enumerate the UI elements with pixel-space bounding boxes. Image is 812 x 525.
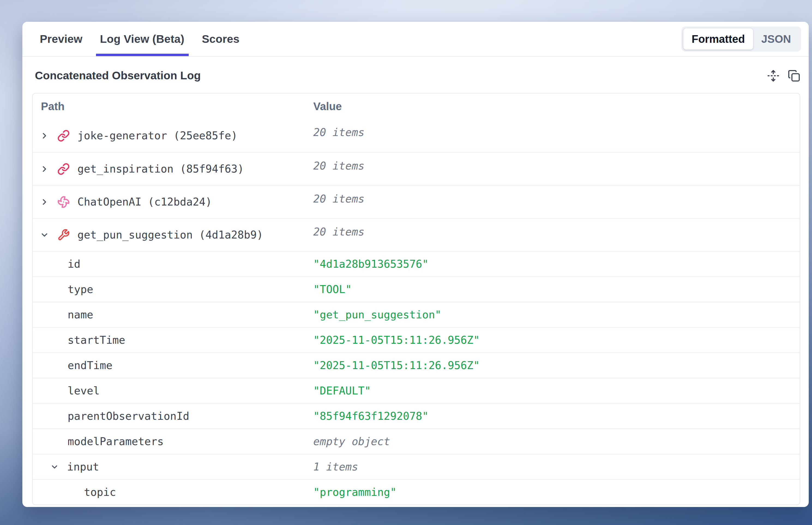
- toggle-json[interactable]: JSON: [753, 28, 799, 50]
- tab-log-view[interactable]: Log View (Beta): [100, 22, 184, 56]
- field-key: type: [68, 283, 93, 296]
- path-cell: topic: [33, 480, 313, 505]
- table-header-row: Path Value: [33, 93, 800, 119]
- path-cell: level: [33, 378, 313, 403]
- column-header-path: Path: [33, 93, 313, 119]
- format-toggle: Formatted JSON: [681, 27, 801, 51]
- field-value: "2025-11-05T15:11:26.956Z": [313, 328, 800, 352]
- column-header-value: Value: [313, 93, 800, 119]
- observation-label: get_inspiration (85f94f63): [77, 163, 244, 175]
- path-cell: joke-generator (25ee85fe): [33, 119, 313, 152]
- field-key: input: [67, 461, 99, 473]
- table-row: id"4d1a28b913653576": [33, 251, 800, 276]
- chevron-down-icon[interactable]: [50, 463, 59, 471]
- section-title: Concatenated Observation Log: [32, 69, 201, 82]
- chevron-right-icon[interactable]: [40, 164, 49, 174]
- path-cell: get_inspiration (85f94f63): [33, 153, 313, 185]
- observation-label: joke-generator (25ee85fe): [77, 130, 237, 142]
- path-cell: input: [33, 454, 313, 479]
- field-meta-value: 20 items: [313, 219, 800, 251]
- field-key: topic: [84, 486, 116, 498]
- field-key: endTime: [68, 359, 112, 372]
- toggle-formatted[interactable]: Formatted: [683, 28, 753, 50]
- field-value: "TOOL": [313, 277, 800, 302]
- section-head: Concatenated Observation Log: [32, 69, 800, 82]
- field-meta-value: 20 items: [313, 186, 800, 218]
- field-key: level: [68, 385, 100, 397]
- field-meta-value: 1 items: [313, 454, 800, 479]
- chevron-down-icon[interactable]: [40, 230, 49, 240]
- tab-bar: Preview Log View (Beta) Scores Formatted…: [23, 22, 809, 57]
- table-row: startTime"2025-11-05T15:11:26.956Z": [33, 327, 800, 352]
- observation-label: get_pun_suggestion (4d1a28b9): [77, 229, 263, 241]
- field-key: parentObservationId: [68, 410, 189, 422]
- field-value: "programming": [313, 480, 800, 505]
- path-cell: parentObservationId: [33, 404, 313, 429]
- field-meta-value: 20 items: [313, 153, 800, 185]
- tabs: Preview Log View (Beta) Scores: [40, 22, 239, 56]
- table-row: name"get_pun_suggestion": [33, 302, 800, 327]
- field-value: "DEFAULT": [313, 378, 800, 403]
- field-key: name: [68, 309, 93, 321]
- path-cell: type: [33, 277, 313, 302]
- field-meta-value: empty object: [313, 429, 800, 454]
- table-row: modelParametersempty object: [33, 429, 800, 454]
- path-cell: modelParameters: [33, 429, 313, 454]
- path-cell: startTime: [33, 328, 313, 352]
- path-cell: endTime: [33, 353, 313, 378]
- table-row: type"TOOL": [33, 276, 800, 302]
- chevron-right-icon[interactable]: [40, 197, 49, 207]
- field-key: id: [68, 258, 80, 270]
- table-row[interactable]: ChatOpenAI (c12bda24)20 items: [33, 185, 800, 218]
- log-viewer-card: Preview Log View (Beta) Scores Formatted…: [23, 22, 809, 507]
- path-cell: get_pun_suggestion (4d1a28b9): [33, 219, 313, 251]
- head-actions: [767, 70, 800, 82]
- observation-label: ChatOpenAI (c12bda24): [77, 196, 212, 208]
- table-row[interactable]: get_inspiration (85f94f63)20 items: [33, 152, 800, 185]
- field-value: "85f94f63f1292078": [313, 404, 800, 429]
- path-cell: name: [33, 302, 313, 327]
- link-icon: [57, 130, 70, 142]
- tab-preview[interactable]: Preview: [40, 22, 82, 56]
- table-body: joke-generator (25ee85fe)20 itemsget_ins…: [33, 119, 800, 505]
- path-cell: id: [33, 252, 313, 276]
- fan-icon: [57, 196, 70, 208]
- table-row[interactable]: input1 items: [33, 454, 800, 479]
- log-table: Path Value joke-generator (25ee85fe)20 i…: [32, 93, 800, 505]
- table-row: level"DEFAULT": [33, 378, 800, 403]
- unfold-vertical-icon[interactable]: [767, 70, 780, 82]
- field-value: "get_pun_suggestion": [313, 302, 800, 327]
- link-icon: [57, 163, 70, 175]
- chevron-right-icon[interactable]: [40, 131, 49, 140]
- table-row[interactable]: joke-generator (25ee85fe)20 items: [33, 119, 800, 152]
- field-meta-value: 20 items: [313, 119, 800, 152]
- table-row[interactable]: get_pun_suggestion (4d1a28b9)20 items: [33, 218, 800, 251]
- field-value: "2025-11-05T15:11:26.956Z": [313, 353, 800, 378]
- tab-scores[interactable]: Scores: [202, 22, 239, 56]
- copy-icon[interactable]: [788, 70, 800, 82]
- table-row: endTime"2025-11-05T15:11:26.956Z": [33, 352, 800, 378]
- field-key: startTime: [68, 334, 125, 346]
- table-row: topic"programming": [33, 479, 800, 505]
- field-value: "4d1a28b913653576": [313, 252, 800, 276]
- field-key: modelParameters: [68, 435, 164, 448]
- path-cell: ChatOpenAI (c12bda24): [33, 186, 313, 218]
- log-table-wrap: Path Value joke-generator (25ee85fe)20 i…: [32, 93, 800, 507]
- wrench-icon: [57, 229, 70, 241]
- table-row: parentObservationId"85f94f63f1292078": [33, 403, 800, 429]
